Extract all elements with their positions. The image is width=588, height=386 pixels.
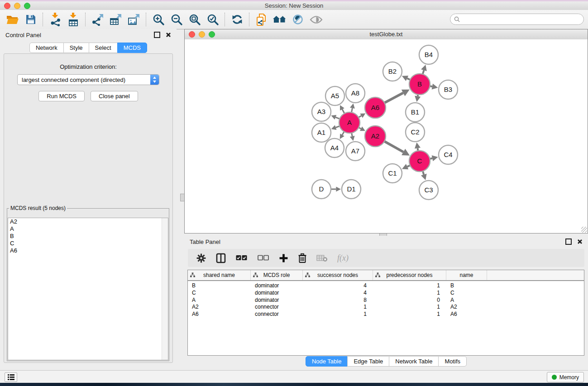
open-session-button[interactable] <box>4 11 22 28</box>
table-cell[interactable]: A2 <box>446 304 487 311</box>
open-folder-icon <box>6 14 19 25</box>
table-settings-button[interactable] <box>196 253 206 263</box>
graph-node-label: C3 <box>424 186 433 194</box>
table-cell[interactable]: dominator <box>251 282 303 290</box>
result-item[interactable]: B <box>8 233 168 240</box>
column-header-filler <box>487 270 584 280</box>
tab-motifs[interactable]: Motifs <box>438 356 467 367</box>
table-cell[interactable]: A <box>446 297 487 304</box>
result-scrollbar-track[interactable] <box>162 218 168 360</box>
close-table-panel-icon[interactable] <box>577 239 583 244</box>
app-title-bar[interactable]: Session: New Session <box>0 1 588 10</box>
table-cell[interactable]: A <box>188 297 251 304</box>
column-header-predecessor-nodes[interactable]: predecessor nodes <box>373 270 446 280</box>
copy-style-button[interactable] <box>253 11 271 28</box>
window-resize-grip[interactable] <box>581 227 587 233</box>
table-cell[interactable]: dominator <box>251 297 303 304</box>
result-item[interactable]: A6 <box>8 247 168 254</box>
memory-button[interactable]: Memory <box>547 372 584 382</box>
table-row[interactable]: A2connector11A2 <box>188 304 584 311</box>
table-row[interactable]: Adominator80A <box>188 297 584 304</box>
table-cell[interactable]: 0 <box>373 297 446 304</box>
search-icon <box>454 16 460 22</box>
tab-mcds[interactable]: MCDS <box>117 43 147 53</box>
network-window-title-bar[interactable]: testGlobe.txt <box>185 29 588 40</box>
table-cell[interactable]: A2 <box>188 304 251 311</box>
import-table-button[interactable] <box>64 11 82 28</box>
mcds-result-box: MCDS result (5 nodes) A2ABCA6 <box>7 205 169 361</box>
toolbar-separator <box>249 13 250 26</box>
show-hide-graphics-button[interactable] <box>307 11 325 28</box>
table-cell[interactable]: C <box>188 290 251 297</box>
table-cell[interactable]: 1 <box>373 311 446 318</box>
network-canvas[interactable]: B4B2BB3A8A5A6A3B1AC2A1A2A4A7C4CC1DD1C3 <box>185 39 588 233</box>
save-session-button[interactable] <box>22 11 40 28</box>
table-row[interactable]: A6connector11A6 <box>188 311 584 318</box>
delete-column-button[interactable] <box>298 253 307 263</box>
zoom-fit-button[interactable] <box>186 11 204 28</box>
table-cell[interactable]: connector <box>251 304 303 311</box>
table-cell[interactable]: B <box>188 282 251 290</box>
zoom-in-icon <box>153 14 165 26</box>
tab-style[interactable]: Style <box>63 43 89 53</box>
result-item[interactable]: A2 <box>8 218 168 225</box>
add-column-button[interactable] <box>279 253 288 263</box>
table-row[interactable]: Cdominator41C <box>188 290 584 297</box>
tab-node-table[interactable]: Node Table <box>306 356 348 367</box>
close-panel-icon[interactable] <box>166 32 171 38</box>
result-item[interactable]: A <box>8 225 168 233</box>
show-hide-style-button[interactable] <box>289 11 307 28</box>
table-cell[interactable]: 1 <box>373 282 446 290</box>
table-cell[interactable]: 4 <box>303 290 373 297</box>
export-table-button[interactable] <box>107 11 125 28</box>
export-image-button[interactable] <box>125 11 143 28</box>
deselect-all-button[interactable] <box>257 255 269 261</box>
table-cell[interactable]: 1 <box>303 304 373 311</box>
table-cell[interactable]: 1 <box>373 290 446 297</box>
node-table[interactable]: shared nameMCDS rolesuccessor nodesprede… <box>187 270 584 356</box>
table-cell[interactable]: 1 <box>373 304 446 311</box>
mcds-result-list[interactable]: A2ABCA6 <box>8 218 168 360</box>
table-cell[interactable]: dominator <box>251 290 303 297</box>
column-header-name[interactable]: name <box>446 270 487 280</box>
function-builder-button[interactable]: f(x) <box>337 253 349 263</box>
refresh-view-button[interactable] <box>228 11 246 28</box>
app-title: Session: New Session <box>0 2 588 9</box>
close-panel-button[interactable]: Close panel <box>91 91 138 101</box>
show-columns-button[interactable] <box>216 253 226 263</box>
table-cell[interactable]: 1 <box>303 311 373 318</box>
table-cell[interactable]: connector <box>251 311 303 318</box>
table-cell[interactable]: 4 <box>303 282 373 290</box>
export-network-button[interactable] <box>89 11 107 28</box>
run-mcds-button[interactable]: Run MCDS <box>38 91 85 101</box>
table-row[interactable]: Bdominator41B <box>188 282 584 290</box>
search-input[interactable] <box>462 15 583 23</box>
table-cell[interactable]: A6 <box>188 311 251 318</box>
first-neighbors-button[interactable] <box>271 11 289 28</box>
table-cell[interactable]: B <box>446 282 487 290</box>
table-cell[interactable]: A6 <box>446 311 487 318</box>
zoom-out-button[interactable] <box>167 11 186 28</box>
task-history-button[interactable] <box>5 372 17 382</box>
import-network-button[interactable] <box>46 11 64 28</box>
delete-table-button[interactable] <box>316 254 328 262</box>
zoom-in-button[interactable] <box>149 11 167 28</box>
tab-network[interactable]: Network <box>29 43 64 53</box>
table-cell[interactable]: C <box>446 290 487 297</box>
search-field[interactable] <box>450 14 584 25</box>
column-header-successor-nodes[interactable]: successor nodes <box>303 270 373 280</box>
edge-arrowhead <box>415 143 421 149</box>
column-header-MCDS-role[interactable]: MCDS role <box>251 270 303 280</box>
select-all-button[interactable] <box>235 255 248 261</box>
tab-edge-table[interactable]: Edge Table <box>347 356 389 367</box>
optimization-criterion-select[interactable]: largest connected component (directed) <box>17 74 159 85</box>
column-header-shared-name[interactable]: shared name <box>188 270 251 280</box>
tab-network-table[interactable]: Network Table <box>389 356 439 367</box>
float-panel-icon[interactable] <box>154 32 160 38</box>
zoom-selected-button[interactable] <box>204 11 222 28</box>
graph-node-label: D1 <box>347 185 355 193</box>
tab-select[interactable]: Select <box>89 43 118 53</box>
float-table-panel-icon[interactable] <box>565 238 572 245</box>
table-cell[interactable]: 8 <box>303 297 373 304</box>
result-item[interactable]: C <box>8 240 168 247</box>
